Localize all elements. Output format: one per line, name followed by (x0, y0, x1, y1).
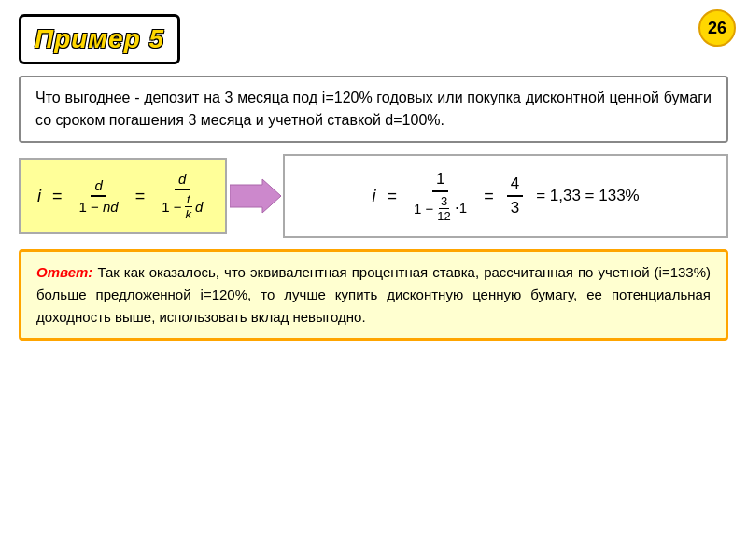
formula-section: i = d 1 − nd = d 1 − t k (19, 154, 728, 238)
answer-box: Ответ: Так как оказалось, что эквивалент… (19, 249, 728, 341)
page-container: 26 Пример 5 Что выгоднее - депозит на 3 … (0, 0, 747, 560)
answer-label: Ответ: (36, 264, 92, 280)
right-math: i = 1 1 − 3 12 ⋅1 = (373, 170, 640, 223)
arrow-container (227, 177, 283, 215)
left-math: i = d 1 − nd = d 1 − t k (37, 171, 208, 221)
problem-text: Что выгоднее - депозит на 3 месяца под i… (35, 90, 712, 128)
right-i: i (373, 187, 376, 206)
frac4: 4 3 (507, 175, 523, 217)
slide-number: 26 (698, 9, 736, 47)
problem-box: Что выгоднее - депозит на 3 месяца под i… (19, 76, 728, 143)
frac1: d 1 − nd (76, 177, 122, 215)
svg-marker-0 (230, 179, 281, 213)
right-arrow-icon (230, 177, 281, 215)
formula-right: i = 1 1 − 3 12 ⋅1 = (283, 154, 728, 238)
left-i: i (37, 187, 41, 206)
page-title: Пример 5 (35, 24, 164, 54)
frac2: d 1 − t k d (158, 171, 206, 221)
right-result: = 1,33 = 133% (536, 187, 640, 205)
answer-text: Так как оказалось, что эквивалентная про… (36, 264, 711, 325)
title-box: Пример 5 (19, 14, 180, 64)
frac3: 1 1 − 3 12 ⋅1 (410, 170, 471, 223)
formula-left: i = d 1 − nd = d 1 − t k (19, 158, 227, 234)
